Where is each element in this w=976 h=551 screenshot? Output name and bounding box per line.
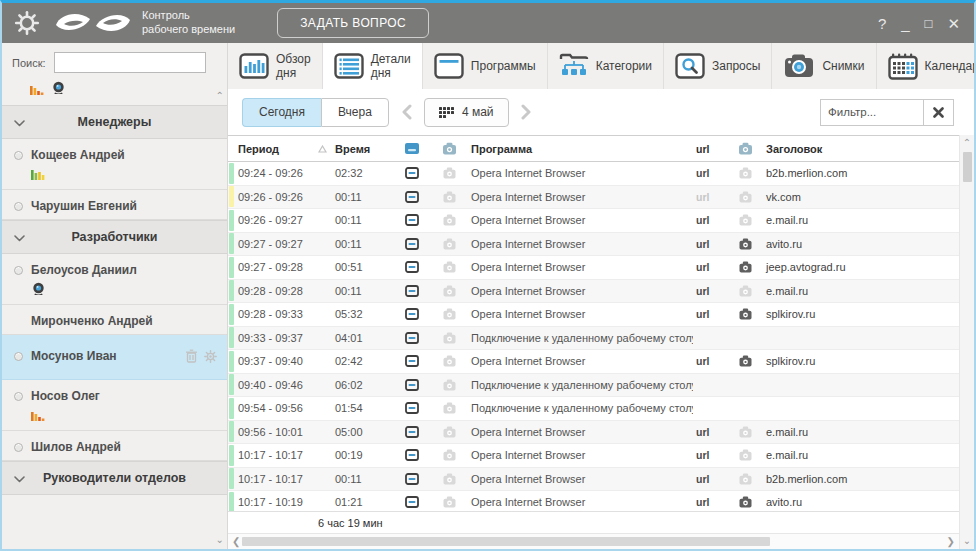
col-snapshot-icon[interactable]: [430, 142, 468, 155]
queries-icon: [675, 53, 705, 79]
vertical-scrollbar[interactable]: ⌃ ⌄: [959, 135, 974, 549]
activity-row[interactable]: 09:26 - 09:2700:11Opera Internet Browser…: [228, 209, 959, 233]
employee-name: Шилов Андрей: [31, 440, 121, 454]
calendar-grid-icon: [439, 107, 454, 118]
row-url-flag: url: [693, 238, 727, 250]
tab-queries[interactable]: Запросы: [664, 43, 772, 89]
scroll-up-icon[interactable]: ⌃: [963, 138, 971, 148]
activity-row[interactable]: 09:26 - 09:2600:11Opera Internet Browser…: [228, 186, 959, 210]
employee-item[interactable]: Миронченко Андрей: [2, 305, 227, 335]
next-day-icon[interactable]: [513, 104, 540, 120]
group-header-1[interactable]: Разработчики: [2, 220, 227, 254]
sidebar-scroll-up-icon[interactable]: ⌃: [216, 91, 224, 101]
calendar-icon: [888, 53, 918, 80]
row-url-flag: url: [693, 167, 727, 179]
tab-snapshots[interactable]: Снимки: [772, 43, 876, 89]
employee-item[interactable]: Кощеев Андрей: [2, 139, 227, 190]
employee-name: Белоусов Даниил: [31, 263, 137, 277]
status-dot-icon: [14, 151, 23, 160]
activity-row[interactable]: 09:54 - 09:5601:54Подключение к удаленно…: [228, 397, 959, 421]
activity-row[interactable]: 09:27 - 09:2800:51Opera Internet Browser…: [228, 256, 959, 280]
employee-sidebar: Поиск: МенеджерыКощеев АндрейЧарушин Евг…: [2, 43, 228, 549]
maximize-button[interactable]: □: [925, 17, 933, 30]
filter-input[interactable]: [820, 99, 923, 126]
row-title: b2b.merlion.com: [763, 167, 959, 179]
scroll-right-icon[interactable]: ❯: [947, 537, 955, 547]
url-snapshot-icon: [727, 214, 763, 226]
overview-icon: [239, 53, 269, 79]
yesterday-button[interactable]: Вчера: [321, 98, 389, 127]
webcam-icon[interactable]: [31, 282, 215, 296]
activity-row[interactable]: 09:24 - 09:2602:32Opera Internet Browser…: [228, 162, 959, 186]
tab-calendar[interactable]: Календарь: [877, 43, 976, 89]
horizontal-scrollbar[interactable]: ❮ ❯: [228, 533, 959, 549]
help-button[interactable]: ?: [878, 16, 886, 31]
employee-item[interactable]: Чарушин Евгений: [2, 190, 227, 220]
settings-gear-icon[interactable]: [14, 10, 40, 36]
activity-row[interactable]: 09:33 - 09:3704:01Подключение к удаленно…: [228, 327, 959, 351]
date-picker-button[interactable]: 4 май: [424, 98, 509, 127]
activity-row[interactable]: 09:37 - 09:4002:42Opera Internet Browser…: [228, 350, 959, 374]
group-header-2[interactable]: Руководители отделов: [2, 461, 227, 495]
employee-item[interactable]: Шилов Андрей: [2, 431, 227, 461]
col-program[interactable]: Программа: [468, 143, 693, 155]
activity-row[interactable]: 10:17 - 10:1700:11Opera Internet Browser…: [228, 468, 959, 492]
clear-filter-icon[interactable]: [923, 99, 954, 126]
row-title: splkirov.ru: [763, 308, 959, 320]
search-input[interactable]: [54, 52, 206, 73]
tab-programs[interactable]: Программы: [423, 43, 548, 89]
status-dot-icon: [14, 352, 23, 361]
snapshot-icon: [430, 379, 468, 391]
window-icon: [394, 238, 430, 250]
webcam-icon[interactable]: [51, 81, 66, 99]
scroll-down-icon[interactable]: ⌄: [963, 536, 971, 546]
activity-row[interactable]: 09:28 - 09:2800:11Opera Internet Browser…: [228, 280, 959, 304]
col-window-icon[interactable]: [394, 142, 430, 155]
url-snapshot-icon[interactable]: [727, 355, 763, 367]
ask-question-button[interactable]: ЗАДАТЬ ВОПРОС: [277, 8, 429, 38]
employee-item[interactable]: Носов Олег: [2, 380, 227, 431]
url-snapshot-icon[interactable]: [727, 496, 763, 508]
tab-categories[interactable]: Категории: [548, 43, 664, 89]
sort-asc-icon[interactable]: [318, 143, 332, 155]
col-period[interactable]: Период: [235, 143, 318, 155]
col-title[interactable]: Заголовок: [763, 143, 959, 155]
row-period: 09:28 - 09:33: [235, 308, 318, 320]
row-url-flag: url: [693, 355, 727, 367]
bar-chart-green-icon[interactable]: [31, 167, 215, 181]
employee-item[interactable]: Мосунов Иван: [2, 335, 227, 380]
bar-chart-orange-icon[interactable]: [31, 408, 215, 422]
row-time: 01:54: [332, 402, 394, 414]
gear-icon[interactable]: [204, 349, 217, 367]
prev-day-icon[interactable]: [393, 104, 420, 120]
col-time[interactable]: Время: [332, 143, 394, 155]
employee-item[interactable]: Белоусов Даниил: [2, 254, 227, 305]
activity-row[interactable]: 09:56 - 10:0105:00Opera Internet Browser…: [228, 421, 959, 445]
url-snapshot-icon[interactable]: [727, 238, 763, 250]
window-icon: [394, 285, 430, 297]
close-button[interactable]: ✕: [947, 16, 960, 31]
tab-label: Программы: [471, 59, 536, 73]
status-strip: [229, 445, 234, 466]
activity-row[interactable]: 09:28 - 09:3305:32Opera Internet Browser…: [228, 303, 959, 327]
tab-overview[interactable]: Обзор дня: [228, 43, 323, 89]
trash-icon[interactable]: [185, 349, 198, 367]
hscroll-thumb[interactable]: [242, 537, 770, 546]
today-button[interactable]: Сегодня: [242, 98, 321, 127]
row-program: Opera Internet Browser: [468, 285, 693, 297]
url-snapshot-icon[interactable]: [727, 308, 763, 320]
vscroll-thumb[interactable]: [963, 152, 972, 182]
bar-chart-orange-icon[interactable]: [30, 81, 44, 99]
activity-row[interactable]: 09:27 - 09:2700:11Opera Internet Browser…: [228, 233, 959, 257]
group-header-0[interactable]: Менеджеры: [2, 105, 227, 139]
url-snapshot-icon[interactable]: [727, 261, 763, 273]
scroll-left-icon[interactable]: ❮: [232, 537, 240, 547]
col-url[interactable]: url: [693, 143, 727, 155]
activity-row[interactable]: 10:17 - 10:1901:21Opera Internet Browser…: [228, 491, 959, 511]
tab-details[interactable]: Детали дня: [323, 43, 423, 89]
activity-row[interactable]: 10:17 - 10:1700:19Opera Internet Browser…: [228, 444, 959, 468]
sidebar-scroll-down-icon[interactable]: ⌄: [216, 535, 224, 545]
col-url-snapshot-icon[interactable]: [727, 142, 763, 155]
minimize-button[interactable]: _: [901, 16, 909, 31]
activity-row[interactable]: 09:40 - 09:4606:02Подключение к удаленно…: [228, 374, 959, 398]
